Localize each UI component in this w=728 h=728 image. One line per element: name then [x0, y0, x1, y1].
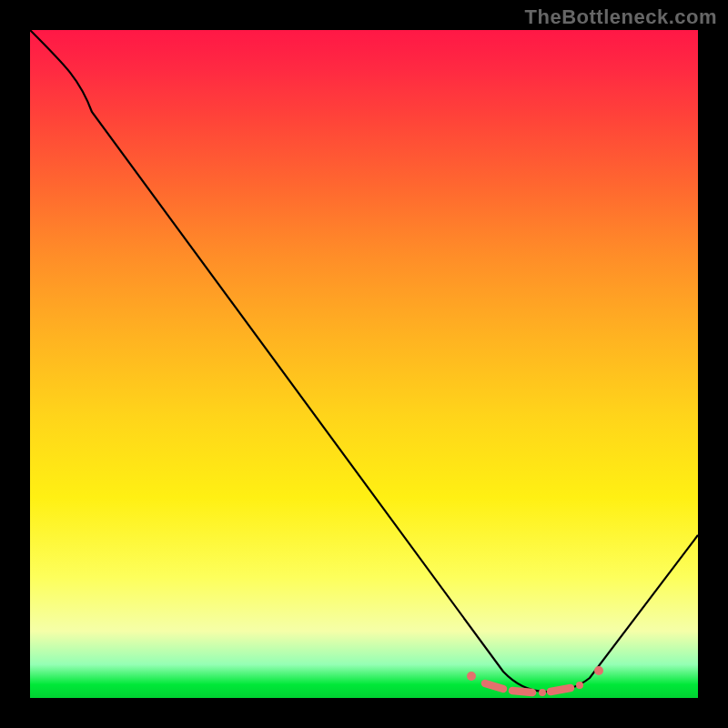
plot-gradient-background: [30, 30, 698, 698]
chart-stage: TheBottleneck.com: [0, 0, 728, 728]
watermark-text: TheBottleneck.com: [525, 5, 717, 29]
